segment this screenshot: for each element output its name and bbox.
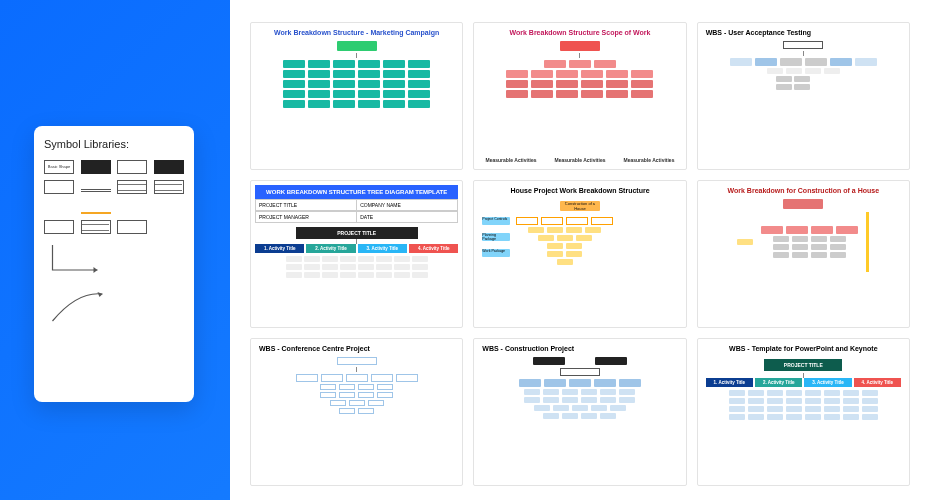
template-card-construction-house[interactable]: Work Breakdown for Construction of a Hou… [697,180,910,328]
diagram-icon: Project Controls Planning Package Work P… [482,213,677,321]
symbol-double-line[interactable] [81,180,111,192]
subtitle: Construction of a House [560,201,600,211]
symbol-table[interactable] [117,180,147,194]
symbol-rect-outline-2[interactable] [117,220,147,234]
template-title: Work Breakdown Structure - Marketing Cam… [259,29,454,37]
symbol-libraries-panel: Symbol Libraries: Basic Shape [34,126,194,402]
template-title: House Project Work Breakdown Structure [482,187,677,195]
symbol-rect-label[interactable] [44,180,74,194]
symbol-elbow-arrow[interactable] [44,240,111,280]
caption: Measurable Activities [555,157,606,163]
activity-pill: 1. Activity Title [706,378,753,387]
diagram-icon [482,41,677,153]
root-node: PROJECT TITLE [764,359,842,371]
template-grid: Work Breakdown Structure - Marketing Cam… [250,22,910,486]
left-label: Planning Package [482,233,510,241]
diagram-icon [259,357,454,479]
diagram-icon [706,199,901,321]
diagram-icon [706,41,901,163]
template-card-conference[interactable]: WBS - Conference Centre Project [250,338,463,486]
meta-label: PROJECT TITLE [256,200,357,210]
diagram-icon [482,357,677,479]
symbol-curve-arrow[interactable] [44,286,111,326]
diagram-icon [259,41,454,163]
meta-value: COMPANY NAME [357,200,457,210]
activity-pill: 2. Activity Title [755,378,802,387]
symbol-panel-title: Symbol Libraries: [44,138,184,150]
template-title: WBS - User Acceptance Testing [706,29,901,37]
meta-value: DATE [357,212,457,222]
meta-label: PROJECT MANAGER [256,212,357,222]
template-title: WBS - Template for PowerPoint and Keynot… [706,345,901,353]
template-card-scope[interactable]: Work Breakdown Structure Scope of Work M… [473,22,686,170]
caption-row: Measurable Activities Measurable Activit… [482,157,677,163]
symbol-blank-1[interactable] [44,200,74,214]
symbol-blank-2[interactable] [117,200,147,214]
pill-row: 1. Activity Title 2. Activity Title 3. A… [255,244,458,253]
symbol-underline[interactable] [81,200,111,214]
template-card-house[interactable]: House Project Work Breakdown Structure C… [473,180,686,328]
meta-row: PROJECT MANAGER DATE [255,211,458,223]
symbol-rect-thin[interactable] [44,220,74,234]
symbol-table-2[interactable] [154,180,184,194]
caption: Measurable Activities [486,157,537,163]
activity-pill: 4. Activity Title [854,378,901,387]
template-title: Work Breakdown Structure Scope of Work [482,29,677,37]
template-title: Work Breakdown for Construction of a Hou… [706,187,901,195]
template-header: WORK BREAKDOWN STRUCTURE TREE DIAGRAM TE… [255,185,458,199]
symbol-blank-3[interactable] [154,200,184,214]
symbol-rect-basic[interactable]: Basic Shape [44,160,74,174]
template-card-ppt[interactable]: WBS - Template for PowerPoint and Keynot… [697,338,910,486]
template-title: WBS - Construction Project [482,345,677,353]
root-node: PROJECT TITLE [296,227,418,239]
template-title: WBS - Conference Centre Project [259,345,454,353]
activity-pill: 3. Activity Title [358,244,407,253]
activity-pill: 4. Activity Title [409,244,458,253]
meta-row: PROJECT TITLE COMPANY NAME [255,199,458,211]
symbol-rect-outline[interactable] [117,160,147,174]
activity-pill: 2. Activity Title [306,244,355,253]
template-card-marketing[interactable]: Work Breakdown Structure - Marketing Cam… [250,22,463,170]
symbol-rect-filled[interactable] [154,160,184,174]
activity-pill: 3. Activity Title [804,378,851,387]
template-gallery: Work Breakdown Structure - Marketing Cam… [230,0,930,500]
symbol-table-3[interactable] [81,220,111,234]
pill-row: 1. Activity Title 2. Activity Title 3. A… [706,378,901,387]
left-label: Project Controls [482,217,510,225]
template-card-tree-diagram[interactable]: WORK BREAKDOWN STRUCTURE TREE DIAGRAM TE… [250,180,463,328]
activity-pill: 1. Activity Title [255,244,304,253]
left-label: Work Package [482,249,510,257]
template-card-construction[interactable]: WBS - Construction Project [473,338,686,486]
template-card-uat[interactable]: WBS - User Acceptance Testing [697,22,910,170]
caption: Measurable Activities [623,157,674,163]
symbol-grid: Basic Shape [44,160,184,326]
symbol-rect-dark[interactable] [81,160,111,174]
